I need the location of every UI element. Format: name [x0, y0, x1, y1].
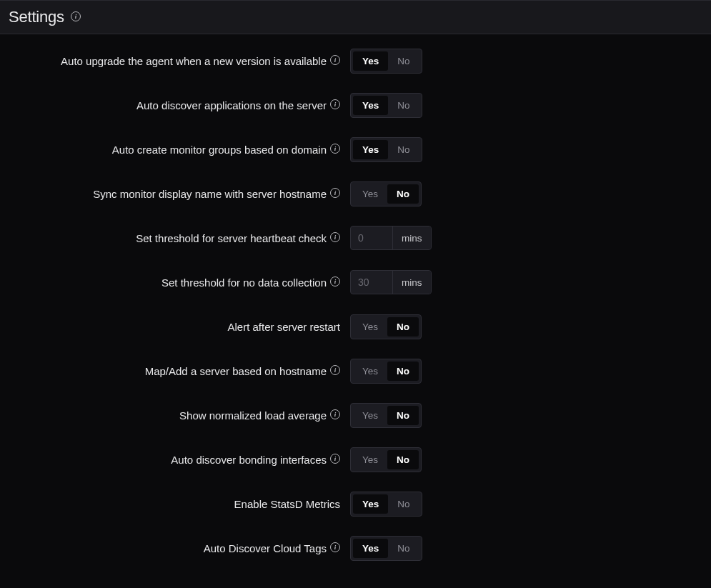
setting-label-text: Sync monitor display name with server ho…: [93, 188, 327, 200]
info-icon[interactable]: [330, 55, 340, 65]
info-icon[interactable]: [330, 365, 340, 375]
setting-row-statsd: Enable StatsD MetricsYesNo: [0, 490, 711, 517]
setting-label-text: Auto create monitor groups based on doma…: [112, 144, 327, 156]
setting-label: Set threshold for no data collection: [0, 276, 350, 289]
setting-row-normalized_load: Show normalized load averageYesNo: [0, 402, 711, 429]
yes-no-toggle: YesNo: [350, 536, 422, 561]
settings-list: Auto upgrade the agent when a new versio…: [0, 34, 711, 562]
toggle-no-button[interactable]: No: [387, 406, 419, 425]
setting-row-bonding: Auto discover bonding interfacesYesNo: [0, 446, 711, 473]
setting-label: Auto discover bonding interfaces: [0, 454, 350, 466]
setting-label-text: Set threshold for no data collection: [161, 276, 327, 289]
yes-no-toggle: YesNo: [350, 447, 422, 472]
info-icon[interactable]: [330, 144, 340, 154]
setting-label: Auto discover applications on the server: [0, 99, 350, 111]
info-icon[interactable]: [330, 454, 340, 464]
setting-row-nodata: Set threshold for no data collectionmins: [0, 269, 711, 296]
toggle-no-button[interactable]: No: [387, 362, 419, 381]
setting-row-auto_upgrade: Auto upgrade the agent when a new versio…: [0, 47, 711, 74]
setting-label-text: Auto discover bonding interfaces: [171, 454, 327, 466]
setting-label-text: Auto upgrade the agent when a new versio…: [61, 55, 327, 67]
setting-control: mins: [350, 270, 432, 294]
toggle-yes-button[interactable]: Yes: [353, 140, 388, 159]
yes-no-toggle: YesNo: [350, 359, 422, 384]
setting-row-map_hostname: Map/Add a server based on hostnameYesNo: [0, 357, 711, 384]
setting-row-auto_discover_app: Auto discover applications on the server…: [0, 91, 711, 119]
info-icon[interactable]: [71, 11, 81, 21]
yes-no-toggle: YesNo: [350, 137, 422, 162]
setting-label-text: Enable StatsD Metrics: [234, 498, 340, 510]
unit-label: mins: [392, 226, 431, 249]
toggle-no-button[interactable]: No: [387, 450, 419, 469]
toggle-yes-button[interactable]: Yes: [353, 184, 387, 204]
setting-control: YesNo: [350, 137, 422, 162]
toggle-no-button[interactable]: No: [387, 317, 419, 337]
threshold-input-group: mins: [350, 270, 432, 294]
setting-control: YesNo: [350, 492, 422, 517]
info-icon[interactable]: [330, 232, 340, 242]
setting-label-text: Auto Discover Cloud Tags: [204, 542, 327, 554]
setting-row-heartbeat: Set threshold for server heartbeat check…: [0, 224, 711, 251]
setting-row-cloud_tags: Auto Discover Cloud TagsYesNo: [0, 534, 711, 562]
setting-label-text: Auto discover applications on the server: [136, 99, 327, 111]
toggle-no-button[interactable]: No: [388, 494, 419, 514]
setting-control: YesNo: [350, 403, 422, 428]
setting-label-text: Set threshold for server heartbeat check: [136, 232, 327, 244]
threshold-input[interactable]: [351, 271, 392, 294]
setting-control: YesNo: [350, 536, 422, 561]
toggle-no-button[interactable]: No: [388, 539, 419, 558]
setting-label-text: Show normalized load average: [179, 409, 327, 422]
toggle-no-button[interactable]: No: [388, 140, 419, 159]
toggle-no-button[interactable]: No: [388, 96, 419, 115]
page-title: Settings: [9, 8, 64, 26]
setting-label: Map/Add a server based on hostname: [0, 365, 350, 377]
threshold-input[interactable]: [351, 226, 392, 249]
yes-no-toggle: YesNo: [350, 314, 422, 339]
setting-label: Alert after server restart: [0, 321, 350, 333]
setting-control: YesNo: [350, 447, 422, 472]
setting-row-auto_group: Auto create monitor groups based on doma…: [0, 136, 711, 163]
toggle-yes-button[interactable]: Yes: [353, 494, 388, 514]
setting-control: mins: [350, 226, 432, 250]
setting-row-sync_hostname: Sync monitor display name with server ho…: [0, 180, 711, 207]
toggle-yes-button[interactable]: Yes: [353, 96, 388, 115]
setting-label: Sync monitor display name with server ho…: [0, 188, 350, 200]
settings-header: Settings: [0, 0, 711, 34]
setting-row-alert_restart: Alert after server restartYesNo: [0, 313, 711, 340]
info-icon[interactable]: [330, 276, 340, 286]
toggle-yes-button[interactable]: Yes: [353, 539, 388, 558]
toggle-no-button[interactable]: No: [387, 184, 419, 204]
yes-no-toggle: YesNo: [350, 93, 422, 118]
threshold-input-group: mins: [350, 226, 432, 250]
info-icon[interactable]: [330, 188, 340, 198]
setting-label: Auto upgrade the agent when a new versio…: [0, 55, 350, 67]
info-icon[interactable]: [330, 409, 340, 419]
yes-no-toggle: YesNo: [350, 403, 422, 428]
setting-label: Enable StatsD Metrics: [0, 498, 350, 510]
setting-control: YesNo: [350, 181, 422, 206]
setting-label-text: Map/Add a server based on hostname: [145, 365, 327, 377]
setting-control: YesNo: [350, 359, 422, 384]
setting-label: Set threshold for server heartbeat check: [0, 232, 350, 244]
toggle-no-button[interactable]: No: [388, 51, 419, 71]
toggle-yes-button[interactable]: Yes: [353, 51, 388, 71]
setting-label: Show normalized load average: [0, 409, 350, 422]
info-icon[interactable]: [330, 99, 340, 109]
info-icon[interactable]: [330, 542, 340, 552]
setting-control: YesNo: [350, 314, 422, 339]
setting-control: YesNo: [350, 49, 422, 74]
toggle-yes-button[interactable]: Yes: [353, 450, 387, 469]
setting-label: Auto create monitor groups based on doma…: [0, 144, 350, 156]
yes-no-toggle: YesNo: [350, 49, 422, 74]
yes-no-toggle: YesNo: [350, 492, 422, 517]
toggle-yes-button[interactable]: Yes: [353, 317, 387, 337]
yes-no-toggle: YesNo: [350, 181, 422, 206]
setting-label: Auto Discover Cloud Tags: [0, 542, 350, 554]
setting-label-text: Alert after server restart: [227, 321, 340, 333]
toggle-yes-button[interactable]: Yes: [353, 406, 387, 425]
unit-label: mins: [392, 271, 431, 294]
toggle-yes-button[interactable]: Yes: [353, 362, 387, 381]
setting-control: YesNo: [350, 93, 422, 118]
